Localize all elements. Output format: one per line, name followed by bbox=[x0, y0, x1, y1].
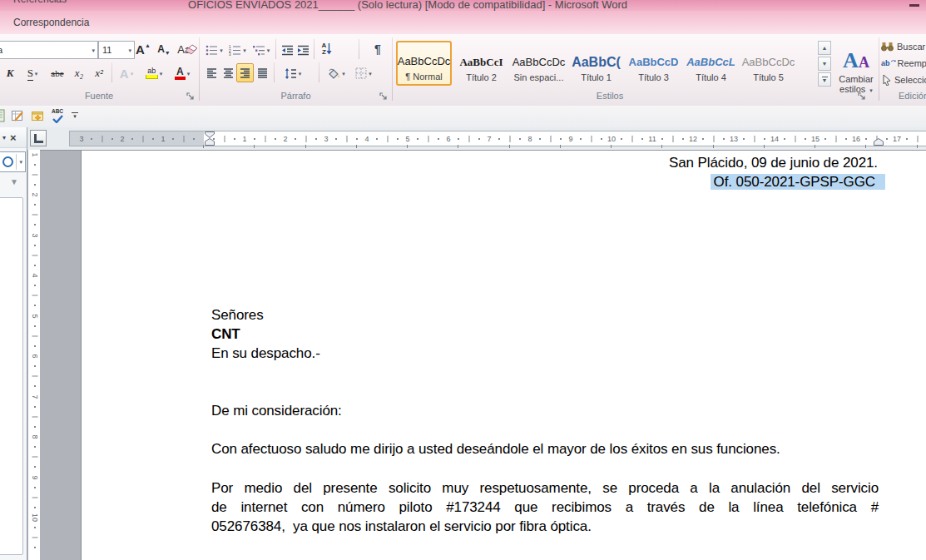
ruler-cell bbox=[28, 518, 41, 558]
dialog-launcher-icon[interactable] bbox=[186, 92, 196, 102]
dialog-launcher-icon[interactable] bbox=[379, 92, 389, 102]
multilevel-list-button[interactable]: ▾ bbox=[249, 41, 274, 59]
nav-next-button[interactable]: ▼ bbox=[7, 176, 22, 187]
select-arrow-icon bbox=[881, 74, 892, 86]
gallery-more-button[interactable]: ▼ bbox=[818, 72, 831, 87]
ruler-cell: 2 bbox=[28, 155, 41, 196]
gallery-down-button[interactable]: ▼ bbox=[818, 57, 831, 71]
align-right-icon bbox=[240, 68, 250, 78]
ruler-cell: 4 bbox=[326, 131, 367, 146]
styles-group: AaBbCcDc ¶ Normal AaBbCcI Título 2 AaBbC… bbox=[394, 34, 879, 106]
ruler-cell: 6 bbox=[28, 316, 41, 357]
document-page[interactable]: San Plácido, 09 de junio de 2021. Of. 05… bbox=[81, 150, 926, 560]
default-tab-stops bbox=[203, 145, 926, 148]
text-highlight-button[interactable]: ab ▾ bbox=[141, 64, 166, 82]
nav-search-combo[interactable]: ▾ bbox=[0, 151, 26, 172]
ruler-cell: 6 bbox=[408, 131, 448, 146]
justify-button[interactable] bbox=[254, 64, 270, 82]
clear-formatting-button[interactable] bbox=[184, 40, 199, 58]
style-card[interactable]: AaBbCcDc Título 5 bbox=[740, 41, 796, 86]
qat-window-button[interactable] bbox=[31, 109, 45, 123]
style-card[interactable]: AaBbCcI Título 2 bbox=[453, 41, 509, 86]
qat-button-partial[interactable] bbox=[0, 109, 7, 122]
style-card[interactable]: AaBbCcL Título 4 bbox=[683, 41, 739, 86]
page-backdrop bbox=[40, 150, 81, 560]
select-button[interactable]: Seleccionar bbox=[881, 72, 926, 87]
ribbon-tab[interactable]: Correspondencia bbox=[2, 11, 102, 34]
ruler-cell: 13 bbox=[693, 131, 734, 146]
style-card[interactable]: AaBbCcD Título 3 bbox=[626, 41, 681, 86]
word-window: OFICIOS ENVIADOS 2021______ (Solo lectur… bbox=[0, 0, 926, 560]
chevron-down-icon: ▾ bbox=[869, 87, 873, 93]
chevron-down-icon: ▾ bbox=[369, 71, 372, 77]
tab-selector-button[interactable] bbox=[30, 130, 47, 146]
qat-more-button[interactable]: ▾ bbox=[70, 110, 80, 121]
title-bar: OFICIOS ENVIADOS 2021______ (Solo lectur… bbox=[0, 0, 926, 11]
bullets-button[interactable]: ▾ bbox=[203, 41, 225, 59]
ribbon-tab-bar: Diseño de páginaReferenciasCorrespondenc… bbox=[0, 11, 926, 34]
ruler-cell bbox=[897, 131, 926, 146]
sort-button[interactable]: A Z bbox=[316, 40, 338, 58]
ruler-cell: 3 bbox=[82, 131, 122, 146]
chevron-down-icon: ▾ bbox=[220, 47, 223, 53]
gallery-up-button[interactable]: ▲ bbox=[818, 41, 831, 55]
group-label: Párrafo bbox=[201, 91, 391, 101]
binoculars-icon bbox=[881, 42, 894, 52]
strikethrough-button[interactable]: abe bbox=[47, 64, 68, 82]
first-line-indent-marker[interactable] bbox=[205, 131, 215, 138]
style-name: Título 5 bbox=[753, 72, 784, 82]
shading-button[interactable]: ▾ bbox=[324, 64, 349, 82]
qat-spelling-button[interactable]: ABC bbox=[49, 108, 66, 124]
body-line: Por medio del presente solicito muy resp… bbox=[211, 478, 879, 498]
qat-edit-button[interactable] bbox=[11, 109, 25, 123]
style-sample: AaBbCcD bbox=[629, 52, 679, 72]
shrink-font-button[interactable]: A ▼ bbox=[155, 40, 173, 58]
align-center-button[interactable] bbox=[220, 64, 236, 82]
italic-button[interactable]: K bbox=[2, 64, 18, 82]
chevron-down-icon: ▾ bbox=[35, 71, 38, 77]
align-left-button[interactable] bbox=[203, 64, 220, 82]
numbering-button[interactable]: 123 ▾ bbox=[226, 41, 249, 59]
chevron-down-icon: ▾ bbox=[131, 71, 134, 77]
chevron-down-icon[interactable]: ▾ bbox=[2, 134, 6, 141]
minimize-button[interactable] bbox=[909, 4, 919, 7]
pilcrow-icon: ¶ bbox=[374, 42, 381, 56]
show-marks-button[interactable]: ¶ bbox=[369, 40, 387, 58]
replace-button[interactable]: ab Reemplazar bbox=[881, 56, 926, 71]
chevron-down-icon: ▾ bbox=[342, 71, 345, 77]
ruler-cell: 8 bbox=[489, 131, 530, 146]
ruler-cell: 10 bbox=[571, 131, 612, 146]
grow-font-button[interactable]: A ▲ bbox=[133, 40, 153, 58]
borders-button[interactable]: ▾ bbox=[351, 64, 376, 82]
text-effects-button[interactable]: A ▾ bbox=[115, 64, 138, 82]
subscript-button[interactable]: x₂ bbox=[70, 64, 88, 82]
gallery-scroll: ▲ ▼ ▼ bbox=[818, 41, 831, 87]
change-styles-button[interactable]: AA Cambiar estilos ▾ bbox=[834, 39, 878, 104]
tab-stop-icon bbox=[34, 134, 43, 143]
style-card[interactable]: AaBbC( Título 1 bbox=[568, 41, 624, 86]
find-button[interactable]: Buscar bbox=[881, 39, 925, 54]
superscript-button[interactable]: x² bbox=[90, 64, 108, 82]
align-right-button[interactable] bbox=[236, 63, 254, 82]
ruler-cell: 7 bbox=[448, 131, 489, 146]
dialog-launcher-icon[interactable] bbox=[858, 92, 867, 102]
ribbon-tab[interactable]: Referencias bbox=[2, 0, 102, 11]
sort-arrow-icon bbox=[326, 43, 332, 55]
spellcheck-icon bbox=[52, 115, 63, 123]
font-name-combo[interactable]: Tahoma ▾ bbox=[0, 41, 98, 59]
document-icon bbox=[0, 109, 7, 122]
style-card[interactable]: AaBbCcDc Sin espaci... bbox=[511, 41, 567, 86]
increase-indent-button[interactable] bbox=[294, 41, 312, 59]
line-spacing-button[interactable]: ▾ bbox=[280, 64, 306, 82]
style-sample: AaBbCcDc bbox=[742, 52, 795, 72]
font-size-combo[interactable]: 11 ▾ bbox=[98, 41, 135, 59]
style-card[interactable]: AaBbCcDc ¶ Normal bbox=[396, 41, 452, 86]
chevron-down-icon: ▾ bbox=[160, 71, 163, 77]
body-line: de internet con número piloto #173244 qu… bbox=[211, 498, 879, 517]
body-last-line: 052676384, ya que nos instalaron el serv… bbox=[211, 517, 592, 536]
font-color-button[interactable]: A ▾ bbox=[170, 64, 195, 82]
underline-button[interactable]: S ▾ bbox=[22, 64, 43, 82]
close-icon[interactable]: × bbox=[10, 131, 17, 144]
replace-arrow-icon bbox=[890, 59, 896, 67]
group-label: Edición bbox=[899, 91, 926, 101]
